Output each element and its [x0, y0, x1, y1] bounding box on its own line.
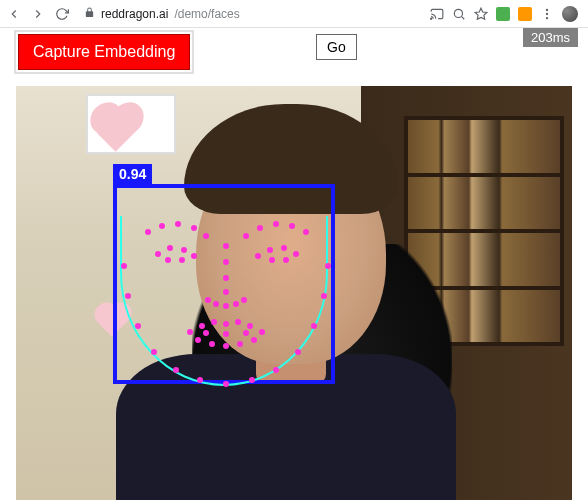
svg-point-0: [431, 18, 432, 19]
video-feed: 0.94: [16, 86, 572, 500]
extension-orange-icon[interactable]: [518, 7, 532, 21]
cast-icon[interactable]: [430, 7, 444, 21]
menu-icon[interactable]: [540, 7, 554, 21]
scene-background: [16, 86, 572, 500]
url-host: reddragon.ai: [101, 7, 168, 21]
controls-row: Capture Embedding Go 203ms: [16, 34, 572, 78]
star-icon[interactable]: [474, 7, 488, 21]
extension-green-icon[interactable]: [496, 7, 510, 21]
zoom-icon[interactable]: [452, 7, 466, 21]
svg-point-1: [454, 9, 462, 17]
wall-picture: [86, 94, 176, 154]
svg-point-5: [546, 12, 548, 14]
profile-avatar-icon[interactable]: [562, 6, 578, 22]
reload-icon[interactable]: [54, 6, 70, 22]
lock-icon: [84, 7, 95, 21]
svg-line-2: [462, 16, 465, 19]
person: [76, 154, 496, 500]
go-button[interactable]: Go: [316, 34, 357, 60]
svg-point-4: [546, 8, 548, 10]
capture-embedding-button[interactable]: Capture Embedding: [18, 34, 190, 70]
browser-toolbar: reddragon.ai/demo/faces: [0, 0, 588, 28]
address-bar[interactable]: reddragon.ai/demo/faces: [78, 3, 422, 25]
forward-icon[interactable]: [30, 6, 46, 22]
svg-point-6: [546, 16, 548, 18]
url-path: /demo/faces: [174, 7, 239, 21]
extension-icons: [430, 6, 582, 22]
latency-badge: 203ms: [523, 28, 578, 47]
back-icon[interactable]: [6, 6, 22, 22]
heart-icon: [94, 106, 139, 151]
page-content: Capture Embedding Go 203ms 0.94: [0, 28, 588, 500]
svg-marker-3: [475, 8, 487, 19]
